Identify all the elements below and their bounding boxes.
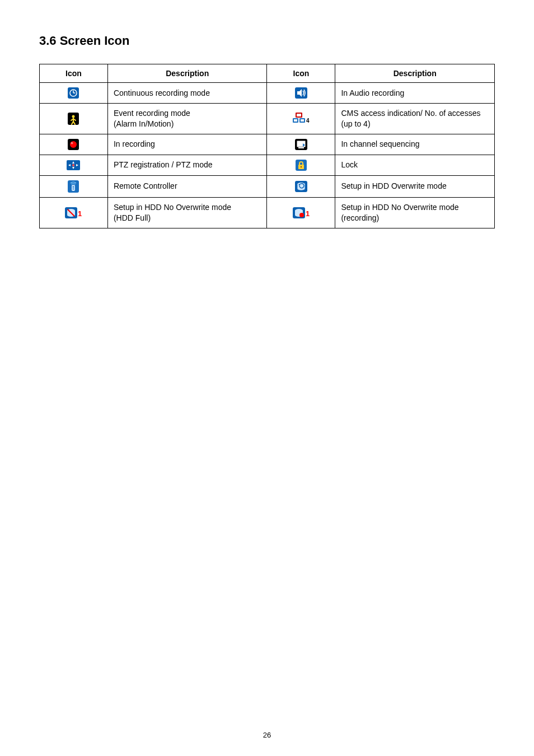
- hdd-overwrite-icon: [295, 181, 307, 192]
- hdd-overwrite-icon-cell: [267, 175, 335, 197]
- channel-seq-icon: [295, 139, 307, 150]
- hdd-no-overwrite-rec-desc: Setup in HDD No Overwrite mode(recording…: [335, 197, 495, 228]
- remote-controller-desc: Remote Controller: [107, 175, 267, 197]
- header-desc-right: Description: [335, 64, 495, 83]
- hdd-overwrite-desc: Setup in HDD Overwrite mode: [335, 175, 495, 197]
- table-row: Continuous recording mode In Audio recor…: [40, 83, 495, 104]
- hdd-no-overwrite-full-desc: Setup in HDD No Overwrite mode(HDD Full): [107, 197, 267, 228]
- continuous-rec-icon-cell: [40, 83, 108, 104]
- in-recording-icon-cell: [40, 134, 108, 155]
- remote-controller-icon: [68, 180, 79, 193]
- header-icon-right: Icon: [267, 64, 335, 83]
- hdd-no-overwrite-full-icon: 1: [65, 207, 82, 218]
- svg-rect-19: [297, 141, 306, 147]
- svg-text:1: 1: [78, 209, 82, 218]
- audio-rec-icon-cell: [267, 83, 335, 104]
- table-row: Event recording mode(Alarm In/Motion) 4: [40, 104, 495, 134]
- svg-rect-36: [73, 189, 74, 189]
- svg-text:1: 1: [306, 209, 310, 218]
- page-number: 26: [0, 731, 534, 739]
- table-header-row: Icon Description Icon Description: [40, 64, 495, 83]
- table-row: 1 Setup in HDD No Overwrite mode(HDD Ful…: [40, 197, 495, 228]
- svg-rect-21: [298, 147, 304, 148]
- svg-rect-11: [294, 119, 297, 122]
- page: 3.6 Screen Icon Icon Description Icon De…: [0, 0, 534, 756]
- remote-controller-icon-cell: [40, 175, 108, 197]
- screen-icon-table: Icon Description Icon Description: [39, 64, 495, 228]
- header-desc-left: Description: [107, 64, 267, 83]
- section-heading: 3.6 Screen Icon: [39, 34, 495, 48]
- audio-rec-desc: In Audio recording: [335, 83, 495, 104]
- svg-rect-13: [301, 119, 304, 122]
- in-recording-icon: [68, 139, 79, 150]
- hdd-no-overwrite-full-icon-cell: 1: [40, 197, 108, 228]
- svg-point-7: [72, 115, 75, 118]
- cms-access-desc: CMS access indication/ No. of accesses(u…: [335, 104, 495, 134]
- svg-rect-35: [73, 187, 74, 188]
- event-rec-icon-cell: [40, 104, 108, 134]
- svg-rect-34: [73, 186, 74, 186]
- table-row: Remote Controller Setup in HDD Overw: [40, 175, 495, 197]
- event-rec-icon: [68, 113, 79, 125]
- table-row: In recording In channel sequencing: [40, 134, 495, 155]
- hdd-no-overwrite-rec-icon: 1: [293, 207, 310, 218]
- svg-point-16: [70, 141, 77, 148]
- lock-icon: [296, 160, 307, 171]
- svg-point-28: [72, 164, 74, 166]
- event-rec-desc: Event recording mode(Alarm In/Motion): [107, 104, 267, 134]
- audio-rec-icon: [295, 87, 307, 99]
- lock-icon-cell: [267, 155, 335, 175]
- svg-point-46: [299, 213, 304, 217]
- cms-access-icon-cell: 4: [267, 104, 335, 134]
- svg-point-17: [71, 142, 73, 144]
- svg-point-31: [301, 166, 302, 167]
- lock-desc: Lock: [335, 155, 495, 175]
- ptz-mode-icon-cell: [40, 155, 108, 175]
- svg-text:4: 4: [306, 118, 310, 124]
- hdd-no-overwrite-rec-icon-cell: 1: [267, 197, 335, 228]
- channel-seq-icon-cell: [267, 134, 335, 155]
- in-recording-desc: In recording: [107, 134, 267, 155]
- channel-seq-desc: In channel sequencing: [335, 134, 495, 155]
- cms-access-icon: 4: [293, 113, 310, 125]
- table-row: PTZ registration / PTZ mode Lock: [40, 155, 495, 175]
- ptz-mode-icon: [67, 160, 80, 170]
- svg-rect-9: [297, 114, 301, 116]
- continuous-rec-desc: Continuous recording mode: [107, 83, 267, 104]
- continuous-rec-icon: [68, 87, 79, 99]
- ptz-mode-desc: PTZ registration / PTZ mode: [107, 155, 267, 175]
- header-icon-left: Icon: [40, 64, 108, 83]
